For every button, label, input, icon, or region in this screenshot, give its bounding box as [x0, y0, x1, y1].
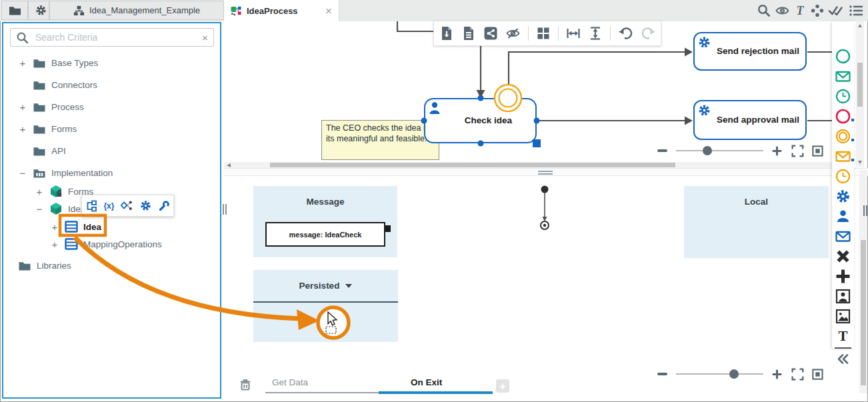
panel-splitter[interactable]	[224, 168, 868, 176]
clear-search-icon[interactable]: ×	[202, 32, 208, 43]
vertical-scrollbar-bottom[interactable]	[859, 170, 867, 393]
match-height-icon[interactable]	[588, 26, 603, 41]
scrollbar-thumb[interactable]	[857, 63, 863, 107]
tree-item-forms[interactable]: + Forms	[18, 120, 77, 137]
actor-image-icon[interactable]	[835, 288, 851, 305]
search-icon[interactable]	[757, 3, 771, 18]
text-icon[interactable]: T	[835, 327, 851, 344]
end-event-icon[interactable]	[835, 108, 851, 125]
tree-item-base-types[interactable]: + Base Types	[18, 54, 98, 71]
group-local[interactable]: Local	[684, 186, 829, 258]
palette-splitter-handle[interactable]	[863, 205, 865, 216]
sidebar-splitter-handle[interactable]	[225, 204, 227, 215]
zoom-out-button[interactable]	[657, 373, 667, 375]
expander-icon[interactable]: +	[50, 222, 59, 232]
hide-icon[interactable]	[505, 26, 521, 41]
tab-close-icon[interactable]: ×	[325, 5, 332, 17]
scroll-left-icon[interactable]	[227, 163, 231, 167]
scroll-up-icon[interactable]	[858, 24, 862, 27]
export-document-icon[interactable]	[439, 26, 454, 41]
share-icon[interactable]	[483, 26, 498, 41]
message-task-icon[interactable]	[835, 228, 851, 245]
message-intermediate-event-icon[interactable]	[835, 148, 851, 165]
annotation-note[interactable]: The CEO checks the idea if its meaningfu…	[321, 120, 439, 160]
undo-icon[interactable]	[618, 26, 633, 41]
add-tab-button[interactable]: +	[496, 379, 509, 393]
timer-start-event-icon[interactable]	[835, 88, 851, 105]
tree-item-idea-module[interactable]: − Idea	[35, 200, 85, 217]
gear-icon[interactable]	[139, 199, 152, 212]
validate-icon[interactable]	[828, 3, 845, 18]
zoom-slider-knob[interactable]	[729, 369, 739, 379]
list-icon[interactable]	[848, 3, 864, 18]
group-persisted[interactable]: Persisted	[253, 270, 398, 342]
text-tool-icon[interactable]: T	[793, 3, 807, 18]
chevron-down-icon[interactable]	[345, 284, 352, 288]
expression-icon[interactable]: {x}	[103, 201, 114, 211]
tab-get-data[interactable]: Get Data	[265, 373, 379, 392]
service-task-icon[interactable]	[835, 188, 851, 205]
scroll-down-icon[interactable]	[858, 161, 862, 164]
intermediate-event-icon[interactable]	[835, 128, 851, 145]
tree-item-api[interactable]: API	[18, 142, 66, 159]
document-icon[interactable]	[461, 26, 476, 41]
expander-icon[interactable]: +	[18, 102, 27, 112]
wrench-icon[interactable]	[158, 200, 170, 212]
parallel-gateway-icon[interactable]	[835, 268, 851, 285]
zoom-out-button[interactable]	[657, 149, 667, 152]
tab-on-exit[interactable]: On Exit	[379, 373, 493, 392]
user-task-icon[interactable]	[835, 208, 851, 225]
grid-layout-icon[interactable]	[536, 26, 551, 41]
zoom-slider[interactable]	[676, 373, 763, 375]
start-event-icon[interactable]	[835, 48, 851, 65]
structure-icon[interactable]	[85, 200, 97, 212]
tree-item-idea-entity[interactable]: + Idea	[50, 218, 101, 235]
sidebar-splitter-handle[interactable]	[223, 204, 224, 215]
match-width-icon[interactable]	[566, 26, 581, 41]
tree-item-libraries[interactable]: Libraries	[18, 257, 71, 274]
palette-splitter-handle[interactable]	[866, 205, 867, 216]
process-diagram-icon	[231, 6, 241, 16]
timer-intermediate-event-icon[interactable]	[835, 168, 851, 185]
delete-icon[interactable]	[238, 378, 253, 393]
message-start-event-icon[interactable]	[835, 68, 851, 85]
overview-icon[interactable]	[811, 368, 824, 381]
fullscreen-icon[interactable]	[791, 144, 805, 158]
expander-icon[interactable]: −	[18, 168, 27, 178]
overview-icon[interactable]	[811, 145, 824, 157]
eye-icon[interactable]	[775, 3, 790, 18]
expander-icon[interactable]: +	[35, 187, 44, 197]
collapse-palette-icon[interactable]	[835, 351, 851, 367]
expander-icon[interactable]: −	[35, 204, 44, 214]
zoom-slider-knob[interactable]	[703, 146, 712, 155]
expander-icon[interactable]: +	[18, 124, 27, 134]
image-icon[interactable]	[835, 308, 851, 325]
cluster-icon[interactable]	[810, 3, 825, 18]
project-tab[interactable]: Idea_Management_Example	[49, 1, 224, 20]
scrollbar-thumb[interactable]	[861, 240, 866, 385]
zoom-slider[interactable]	[676, 150, 763, 151]
expander-icon[interactable]: +	[18, 58, 27, 68]
tree-item-connectors[interactable]: Connectors	[18, 76, 97, 93]
fullscreen-icon[interactable]	[791, 367, 805, 381]
redo-icon[interactable]	[641, 26, 656, 41]
message-handle[interactable]	[384, 225, 391, 232]
exclusive-gateway-icon[interactable]	[835, 248, 851, 265]
tree-item-mappingoperations[interactable]: + MappingOperations	[50, 235, 162, 253]
mapping-icon[interactable]	[121, 200, 133, 211]
vertical-scrollbar-top[interactable]	[856, 21, 864, 167]
message-declaration[interactable]: message: IdeaCheck	[265, 222, 385, 247]
tab-ideaprocess[interactable]: IdeaProcess ×	[224, 0, 339, 21]
zoom-in-button[interactable]	[771, 145, 783, 157]
settings-tab[interactable]	[28, 1, 49, 20]
scrollbar-thumb[interactable]	[270, 163, 675, 167]
folder-tab[interactable]	[1, 1, 28, 20]
search-box[interactable]: ×	[10, 28, 214, 47]
lifeline[interactable]	[541, 186, 549, 230]
tree-item-implementation[interactable]: − Implementation	[18, 164, 113, 181]
tree-item-process[interactable]: + Process	[18, 98, 84, 115]
horizontal-scrollbar[interactable]	[224, 162, 832, 168]
zoom-in-button[interactable]	[771, 369, 783, 380]
search-input[interactable]	[34, 31, 197, 43]
expander-icon[interactable]: +	[50, 239, 59, 249]
